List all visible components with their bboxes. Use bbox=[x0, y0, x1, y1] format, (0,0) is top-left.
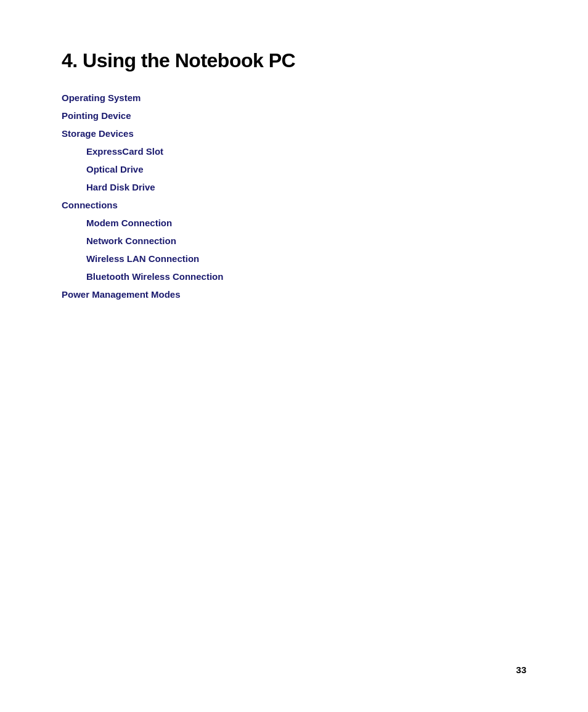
toc-item[interactable]: Hard Disk Drive bbox=[62, 179, 526, 195]
toc-item[interactable]: Connections bbox=[62, 197, 526, 213]
toc-item[interactable]: Pointing Device bbox=[62, 107, 526, 124]
page-container: 4. Using the Notebook PC Operating Syste… bbox=[0, 0, 588, 712]
toc-item[interactable]: Network Connection bbox=[62, 232, 526, 249]
toc-item[interactable]: Power Management Modes bbox=[62, 286, 526, 303]
toc-item[interactable]: Bluetooth Wireless Connection bbox=[62, 268, 526, 285]
toc-list: Operating SystemPointing DeviceStorage D… bbox=[62, 89, 526, 303]
chapter-title: 4. Using the Notebook PC bbox=[62, 49, 526, 72]
toc-item[interactable]: Operating System bbox=[62, 89, 526, 106]
page-number: 33 bbox=[516, 665, 526, 675]
toc-item[interactable]: Optical Drive bbox=[62, 161, 526, 178]
toc-item[interactable]: Wireless LAN Connection bbox=[62, 250, 526, 267]
toc-item[interactable]: Modem Connection bbox=[62, 215, 526, 231]
toc-item[interactable]: Storage Devices bbox=[62, 125, 526, 142]
toc-item[interactable]: ExpressCard Slot bbox=[62, 143, 526, 160]
